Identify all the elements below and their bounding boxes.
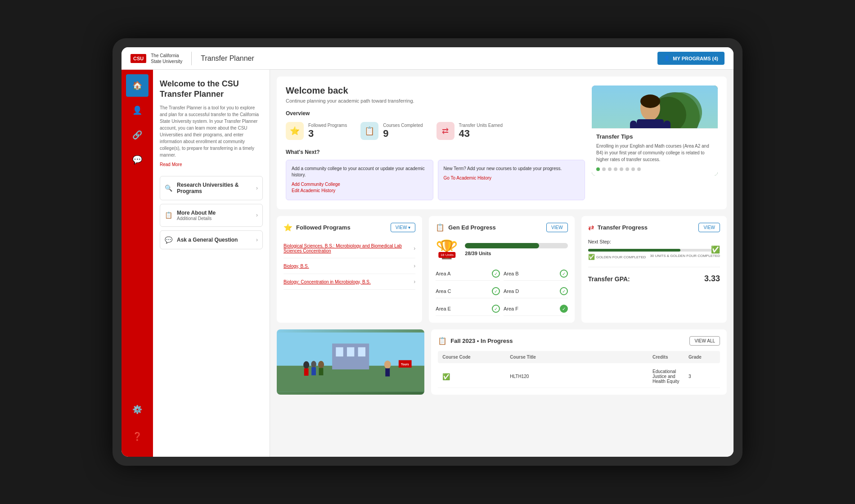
add-community-college-link[interactable]: Add Community College [292,182,428,187]
area-grid: Area A ✓ Area B ✓ Area C ✓ [436,267,567,316]
transfer-units-value: 43 [459,128,503,140]
course-code: HLTH120 [510,374,652,379]
my-programs-button[interactable]: 👤 MY PROGRAMS (4) [657,52,724,65]
next-card-community-text: Add a community college to your account … [292,166,428,178]
tip-dot-5[interactable] [620,167,623,171]
area-c-item: Area C ✓ [436,284,500,298]
my-programs-label: MY PROGRAMS (4) [673,56,718,61]
transfer-tips-text: Enrolling in your English and Math cours… [596,143,713,163]
sidebar-icon-settings[interactable]: ⚙️ [126,398,148,421]
svg-rect-21 [311,367,316,375]
tip-dot-7[interactable] [631,167,635,171]
right-content: Welcome back Continue planning your acad… [270,70,734,457]
gen-ed-view-button[interactable]: VIEW [546,223,568,232]
followed-programs-header: ⭐ Followed Programs VIEW ▾ [284,223,415,232]
nav-more-about[interactable]: 📋 More About Me Additional Details › [160,204,263,227]
courses-completed-icon: 📋 [360,122,378,140]
transfer-progress-card: ⇄ Transfer Progress VIEW Next Step: ✅ [581,216,727,323]
area-b-check: ✓ [560,270,568,278]
track-labels: ✅ GOLDEN FOUR COMPLETED 30 UNITS & GOLDE… [588,254,720,260]
sidebar-icon-network[interactable]: 🔗 [126,124,148,146]
header-divider [191,52,192,65]
svg-rect-25 [385,368,390,376]
svg-point-18 [303,361,309,369]
course-credits: 3 [688,374,716,379]
tip-dot-2[interactable] [602,167,606,171]
question-icon: 💬 [165,236,172,243]
courses-table-header: Course Code Course Title Credits Grade [438,351,720,363]
transfer-progress-title: Transfer Progress [598,224,648,231]
program-bio-sciences-link[interactable]: Biological Sciences, B.S.: Microbiology … [284,243,414,253]
courses-card: 📋 Fall 2023 • In Progress VIEW ALL Cours… [431,329,727,395]
area-d-check: ✓ [560,287,568,295]
transfer-progress-icon: ⇄ [588,223,594,232]
sidebar: 🏠 👤 🔗 💬 ⚙️ ❓ [122,70,153,457]
start-check-icon: ✅ [588,254,595,260]
nav-about-sublabel: Additional Details [177,216,216,221]
welcome-card-content: Welcome back Continue planning your acad… [286,86,585,200]
next-card-courses: New Term? Add your new courses to update… [438,160,585,200]
transfer-units-icon: ⇄ [436,122,454,140]
welcome-card: Welcome back Continue planning your acad… [277,76,727,209]
go-to-academic-history-link[interactable]: Go To Academic History [444,176,580,180]
courses-completed-label: Courses Completed [383,123,423,128]
gen-ed-header: 📋 Gen Ed Progress VIEW [436,223,567,232]
gen-ed-progress-bar-bg [465,243,567,248]
program-biology-link[interactable]: Biology, B.S. [284,264,414,269]
about-arrow-icon: › [256,212,258,218]
csu-logo: CSU [130,54,146,63]
courses-title: Fall 2023 • In Progress [450,338,513,344]
overview-label: Overview [286,110,585,117]
area-a-label: Area A [436,271,450,276]
courses-completed-value: 9 [383,128,423,140]
nav-ask-question[interactable]: 💬 Ask a General Question › [160,230,263,249]
bottom-row: Tours 📋 Fall 2023 • In Progress VIEW ALL [277,329,727,395]
program-item-2: Biology, B.S. › [284,258,415,274]
tip-dot-4[interactable] [614,167,617,171]
welcome-back-subtitle: Continue planning your academic path tow… [286,98,585,104]
progress-track-fill [588,249,680,252]
tip-dot-3[interactable] [608,167,612,171]
programs-icon: 👤 [664,55,670,61]
area-e-item: Area E ✓ [436,302,500,316]
nav-research[interactable]: 🔍 Research Universities & Programs › [160,176,263,200]
tip-dot-1[interactable] [596,167,600,171]
bottom-grid: ⭐ Followed Programs VIEW ▾ Biological Sc… [277,216,727,323]
progress-track-bar: ✅ [588,249,720,252]
area-b-item: Area B ✓ [504,267,568,281]
program-item-3: Biology: Concentration in Microbiology, … [284,274,415,290]
transfer-progress-view-button[interactable]: VIEW [698,223,720,232]
campus-image: Tours [277,329,424,395]
tip-dot-8[interactable] [637,167,641,171]
sidebar-icon-home[interactable]: 🏠 [126,74,148,97]
program-1-arrow-icon: › [414,245,415,252]
view-all-courses-button[interactable]: VIEW ALL [689,336,720,346]
area-f-item: Area F ✓ [504,302,568,316]
nav-about-label: More About Me [177,210,216,216]
header-left: CSU The California State University Tran… [130,52,254,65]
courses-icon: 📋 [438,337,447,345]
courses-header: 📋 Fall 2023 • In Progress VIEW ALL [438,336,720,346]
whats-next-label: What's Next? [286,149,585,155]
question-arrow-icon: › [256,237,258,243]
sidebar-icon-profile[interactable]: 👤 [126,99,148,122]
main-layout: 🏠 👤 🔗 💬 ⚙️ ❓ Welcome to the CSU Transfer… [122,70,734,457]
content-area: Welcome to the CSU Transfer Planner The … [153,70,734,457]
tip-dot-6[interactable] [626,167,629,171]
track-end-label: 30 UNITS & GOLDEN FOUR COMPLETED [650,254,720,260]
edit-academic-history-link[interactable]: Edit Academic History [292,188,428,193]
track-start-label: GOLDEN FOUR COMPLETED [596,255,646,259]
followed-programs-card-title: Followed Programs [296,224,351,231]
read-more-link[interactable]: Read More [160,162,263,167]
header: CSU The California State University Tran… [122,47,734,70]
followed-programs-star-icon: ⭐ [284,223,292,232]
sidebar-icon-help[interactable]: ❓ [126,425,148,448]
stats-row: ⭐ Followed Programs 3 📋 Course [286,122,585,140]
area-e-label: Area E [436,306,451,311]
svg-rect-15 [336,347,343,357]
sidebar-icon-chat[interactable]: 💬 [126,148,148,171]
followed-programs-view-button[interactable]: VIEW ▾ [391,223,416,232]
program-bio-micro-link[interactable]: Biology: Concentration in Microbiology, … [284,279,414,284]
area-a-item: Area A ✓ [436,267,500,281]
gen-ed-title: Gen Ed Progress [448,224,495,231]
